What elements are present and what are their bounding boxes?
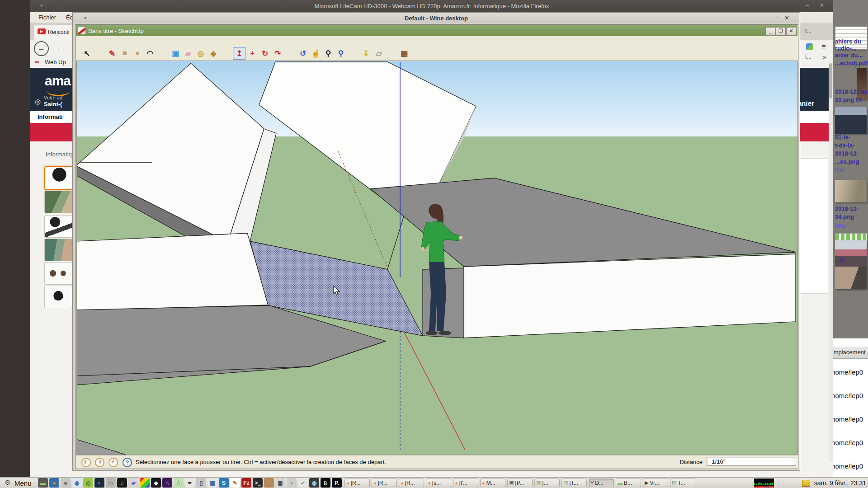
delivery-address-line2[interactable]: Saint-( [44,101,62,108]
camera-eye-icon[interactable]: ◉ [309,478,319,488]
taskbar-window-wine[interactable]: Y D... [589,479,614,487]
line-tool-icon[interactable]: ✎ [106,47,118,59]
p-app-icon[interactable]: P. [332,478,342,488]
taskbar-window-firefox[interactable]: ◕ [R... [399,479,424,487]
back-button[interactable]: ← [34,41,49,56]
product-thumb-lifestyle-1[interactable] [44,191,72,213]
offset-tool-icon[interactable]: ↷ [272,47,283,59]
assistant-icon[interactable]: ☻ [61,478,71,488]
taskbar-window-green[interactable]: ▬ B... [616,479,641,487]
desktop-label[interactable]: ...acindj.pdf [835,59,867,67]
taskbar-window-folder[interactable]: ▤ [T... [561,479,587,487]
sonic-icon[interactable]: ◎ [83,478,93,488]
notes-icon[interactable]: ✎ [230,478,240,488]
horse-app-icon[interactable]: ♘ [321,478,330,488]
taskbar-window-firefox[interactable]: ◕ [l'... [453,479,478,487]
sketchup-menu-item[interactable] [117,41,125,42]
product-thumb-webcam-front[interactable] [44,166,73,190]
package-installer-icon[interactable]: ↓ [264,478,274,488]
sketchup-menu-item[interactable] [84,41,92,42]
sphere-icon[interactable]: ● [287,478,297,488]
pen-icon[interactable]: ✒ [185,478,195,488]
taskbar-window-firefox[interactable]: ◕ [s... [426,479,451,487]
tab-active[interactable]: ▶ Rencontr [34,25,73,40]
minimize-icon[interactable]: − [775,14,778,21]
taskbar-window-firefox[interactable]: ◕ [R... [344,479,370,487]
push-pull-tool-icon[interactable]: ↥ [233,47,245,60]
zoom-extents-icon[interactable]: ⚲ [335,47,347,59]
toolbar-separator[interactable] [94,47,105,59]
amazon-logo[interactable]: ama [45,73,71,89]
share-model-icon[interactable]: ▱ [373,47,385,59]
hamburger-menu-icon[interactable]: ≡ [821,42,826,52]
color-picker-icon[interactable] [140,478,150,488]
cart-label[interactable]: anier [798,99,814,107]
molecules-icon[interactable]: ∴ [174,478,184,488]
select-tool-icon[interactable]: ↖ [81,47,93,59]
get-models-icon[interactable]: ▦ [398,47,410,59]
breadcrumb[interactable]: Informatiqu [46,151,75,158]
desktop-panel-icon[interactable]: ▬ [38,478,48,488]
taskbar-window-firefox[interactable]: ◕ [R... [372,479,397,487]
scrollbar-thumb[interactable] [829,63,832,99]
geolocation-status-icon[interactable] [81,458,91,467]
pan-tool-icon[interactable]: ☝ [310,47,321,59]
arc-tool-icon[interactable]: ◠ [144,47,156,59]
claim-model-status-icon[interactable] [95,458,104,467]
desktop-label[interactable]: 2018-12- [835,204,867,212]
bookmark-web-up[interactable]: Web Up [45,59,66,66]
audio-headphones-icon[interactable]: ∩ [162,478,172,488]
tape-measure-icon[interactable]: ◎ [195,47,207,59]
desktop-thumb-crowd-photo[interactable] [835,107,867,134]
device-icon[interactable]: ▯ [196,478,206,488]
menu-fichier[interactable]: Fichier [38,14,56,21]
product-thumb-faces[interactable] [44,262,72,285]
product-thumb-webcam-side[interactable] [44,215,72,238]
sublime-icon[interactable]: S [219,478,229,488]
help-icon[interactable]: ? [123,458,132,467]
desktop-thumb-map-photo[interactable] [835,180,867,202]
desktop-label[interactable]: 2018-12- [835,149,867,157]
minimize-button[interactable]: _ [765,27,775,36]
display-settings-icon[interactable]: ▣ [275,478,285,488]
desktop-label[interactable]: 34.png [835,212,867,221]
subnav-informatique[interactable]: Informati [38,113,63,120]
unity-icon[interactable]: ◆ [151,478,161,488]
desktop-label[interactable]: 20.png 07 [835,95,867,103]
bookmark-overflow-label[interactable]: T... [804,54,811,60]
close-icon[interactable]: ✕ [820,2,824,9]
dark-disc-icon[interactable]: ◐ [94,478,104,488]
measurement-value-box[interactable]: -1/16" [707,457,796,466]
taskbar-window-folder[interactable]: ▤ T... [670,479,695,487]
firefox-titlebar[interactable]: ▾ Microsoft LifeCam HD-3000 - Webcam HD … [30,0,833,12]
maximize-button[interactable]: ❐ [776,27,786,36]
sketchup-menu-item[interactable] [133,41,141,42]
delivery-address-line1[interactable]: Votre ad [44,95,62,100]
close-button[interactable]: ✕ [786,27,796,36]
desktop-thumb-filmstrip[interactable] [835,267,867,289]
desktop-label[interactable]: anier du... [835,51,867,59]
bookmarks-chevron-icon[interactable]: » [823,53,826,61]
sketchup-3d-viewport[interactable] [76,61,798,455]
desktop-label[interactable]: 2018-12Cap [835,87,867,95]
eye-viewer-icon[interactable]: ◉ [72,478,82,488]
minimize-icon[interactable]: – [806,2,809,9]
toolbar-separator[interactable] [284,47,296,59]
toolbar-separator[interactable] [386,47,397,59]
desktop-label[interactable]: t-de-la- [835,141,867,149]
forward-button[interactable]: → [53,43,61,52]
sketchup-menu-item[interactable] [76,41,84,42]
rotate-tool-icon[interactable]: ↻ [259,47,271,59]
desktop-label[interactable]: ...os.png [835,157,867,165]
taskbar-window-firefox[interactable]: ◕ M... [480,479,505,487]
rectangle-tool-icon[interactable]: ■ [119,47,131,59]
toolbar-separator[interactable] [157,47,169,59]
toolbar-separator[interactable] [220,47,232,59]
archive-icon[interactable]: ▭ [106,478,116,488]
close-icon[interactable]: ✕ [784,14,789,21]
desktop-label[interactable]: Mio [835,221,867,230]
sketchup-titlebar[interactable]: Sans titre - SketchUp _ ❐ ✕ [76,25,797,36]
credits-status-icon[interactable] [108,458,118,467]
move-tool-icon[interactable]: + [246,47,258,59]
paint-bucket-icon[interactable]: ◈ [208,47,219,59]
